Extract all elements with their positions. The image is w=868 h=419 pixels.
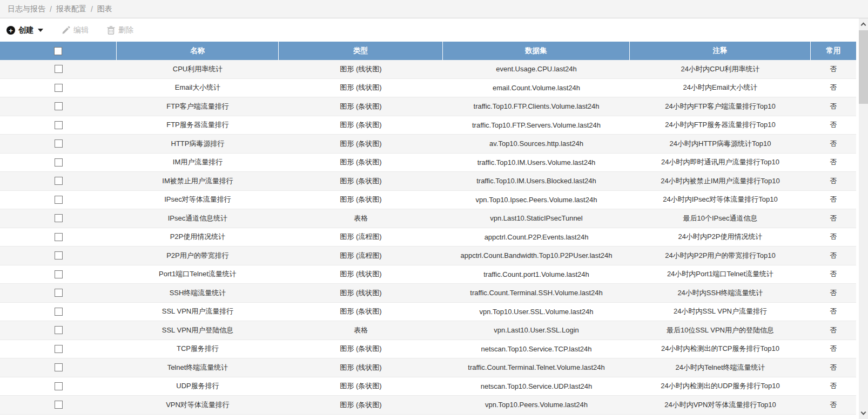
- table-row[interactable]: IPsec通道信息统计 表格 vpn.Last10.StaticIPsecTun…: [0, 209, 856, 228]
- chart-common-cell: 否: [811, 321, 856, 340]
- column-header-common[interactable]: 常用: [811, 42, 856, 60]
- table-row[interactable]: Email大小统计 图形 (线状图) email.Count.Volume.la…: [0, 79, 856, 98]
- row-checkbox[interactable]: [55, 121, 63, 129]
- table-row[interactable]: TCP服务排行 图形 (条状图) netscan.Top10.Service.T…: [0, 340, 856, 359]
- chart-name-cell: Port1端口Telnet流量统计: [117, 265, 279, 284]
- table-row[interactable]: SSH终端流量统计 图形 (线状图) traffic.Count.Termina…: [0, 284, 856, 303]
- scroll-up-button[interactable]: [859, 19, 868, 29]
- chart-dataset-cell: event.Usage.CPU.last24h: [443, 60, 630, 78]
- row-checkbox[interactable]: [55, 363, 63, 371]
- row-checkbox-cell: [0, 340, 117, 358]
- row-checkbox-cell: [0, 79, 117, 97]
- row-checkbox[interactable]: [55, 214, 63, 222]
- chart-type-cell: 图形 (线状图): [279, 60, 443, 78]
- chart-name-cell: IPsec对等体流量排行: [117, 191, 279, 209]
- chart-type-cell: 图形 (流程图): [279, 247, 443, 265]
- row-checkbox[interactable]: [55, 326, 63, 334]
- chart-type-cell: 图形 (流程图): [279, 228, 443, 247]
- chart-dataset-cell: traffic.Top10.FTP.Servers.Volume.last24h: [443, 116, 630, 135]
- table-row[interactable]: CPU利用率统计 图形 (线状图) event.Usage.CPU.last24…: [0, 60, 856, 79]
- table-row[interactable]: Port1端口Telnet流量统计 图形 (线状图) traffic.Count…: [0, 265, 856, 284]
- chart-dataset-cell: netscan.Top10.Service.UDP.last24h: [443, 377, 630, 396]
- table-row[interactable]: Telnet终端流量统计 图形 (线状图) traffic.Count.Term…: [0, 358, 856, 377]
- row-checkbox[interactable]: [55, 158, 63, 167]
- table-row[interactable]: P2P用户的带宽排行 图形 (流程图) appctrl.Count.Bandwi…: [0, 247, 856, 265]
- chart-type-cell: 图形 (线状图): [279, 265, 443, 284]
- row-checkbox[interactable]: [55, 139, 63, 148]
- column-header-comment[interactable]: 注释: [630, 42, 811, 60]
- row-checkbox-cell: [0, 135, 117, 153]
- table-row[interactable]: FTP客户端流量排行 图形 (条状图) traffic.Top10.FTP.Cl…: [0, 97, 856, 116]
- table-row[interactable]: IPsec对等体流量排行 图形 (条状图) vpn.Top10.Ipsec.Pe…: [0, 191, 856, 210]
- table-row[interactable]: FTP服务器流量排行 图形 (条状图) traffic.Top10.FTP.Se…: [0, 116, 856, 135]
- chart-common-cell: 否: [811, 247, 856, 265]
- charts-table: 名称 类型 数据集 注释 常用 CPU利用率统计 图形 (线状图) event.…: [0, 42, 856, 415]
- breadcrumb: 日志与报告 / 报表配置 / 图表: [0, 0, 868, 18]
- vertical-scrollbar[interactable]: [859, 18, 868, 419]
- chart-dataset-cell: traffic.Top10.IM.Users.Blocked.last24h: [443, 172, 630, 190]
- chart-common-cell: 否: [811, 396, 856, 414]
- row-checkbox[interactable]: [55, 177, 63, 185]
- select-all-checkbox[interactable]: [54, 47, 62, 55]
- delete-button[interactable]: 删除: [107, 25, 133, 35]
- create-button[interactable]: + 创建: [6, 25, 43, 35]
- column-header-type[interactable]: 类型: [279, 42, 443, 60]
- scroll-down-button[interactable]: [859, 408, 868, 418]
- chart-comment-cell: 24小时内被禁止IM用户流量排行Top10: [630, 172, 811, 190]
- chart-comment-cell: 24小时内SSL VPN户流量排行: [630, 303, 811, 321]
- chart-common-cell: 否: [811, 79, 856, 97]
- chart-dataset-cell: traffic.Count.Terminal.SSH.Volume.last24…: [443, 284, 630, 302]
- row-checkbox[interactable]: [55, 251, 63, 260]
- chart-dataset-cell: traffic.Count.port1.Volume.last24h: [443, 265, 630, 284]
- select-all-cell: [0, 42, 117, 60]
- chart-comment-cell: 最后10位SSL VPN用户的登陆信息: [630, 321, 811, 340]
- chart-common-cell: 否: [811, 284, 856, 302]
- edit-button[interactable]: 编辑: [62, 25, 89, 35]
- row-checkbox[interactable]: [55, 345, 63, 353]
- table-row[interactable]: HTTP病毒源排行 图形 (条状图) av.Top10.Sources.http…: [0, 135, 856, 154]
- row-checkbox[interactable]: [55, 233, 63, 241]
- breadcrumb-separator: /: [50, 5, 52, 14]
- delete-button-label: 删除: [118, 25, 133, 35]
- chart-comment-cell: 24小时内Telnet终端流量统计: [630, 358, 811, 377]
- scrollbar-thumb[interactable]: [859, 30, 868, 104]
- table-row[interactable]: VPN对等体流量排行 图形 (条状图) vpn.Top10.Peers.Volu…: [0, 396, 856, 415]
- table-header-row: 名称 类型 数据集 注释 常用: [0, 42, 856, 60]
- row-checkbox[interactable]: [55, 65, 63, 73]
- row-checkbox[interactable]: [55, 196, 63, 204]
- chart-type-cell: 图形 (线状图): [279, 79, 443, 97]
- table-row[interactable]: IM用户流量排行 图形 (条状图) traffic.Top10.IM.Users…: [0, 154, 856, 172]
- row-checkbox[interactable]: [55, 84, 63, 92]
- row-checkbox[interactable]: [55, 308, 63, 316]
- chart-common-cell: 否: [811, 209, 856, 228]
- row-checkbox[interactable]: [55, 382, 63, 390]
- chevron-down-icon: [861, 410, 866, 415]
- chart-common-cell: 否: [811, 116, 856, 135]
- chart-comment-cell: 24小时内IPsec对等体流量排行Top10: [630, 191, 811, 209]
- chart-dataset-cell: vpn.Top10.User.SSL.Volume.last24h: [443, 303, 630, 321]
- chart-type-cell: 图形 (线状图): [279, 358, 443, 377]
- chart-type-cell: 图形 (条状图): [279, 116, 443, 135]
- column-header-dataset[interactable]: 数据集: [443, 42, 630, 60]
- chart-name-cell: FTP服务器流量排行: [117, 116, 279, 135]
- trash-icon: [107, 26, 115, 35]
- chart-name-cell: P2P用户的带宽排行: [117, 247, 279, 265]
- table-row[interactable]: P2P使用情况统计 图形 (流程图) appctrl.Count.P2P.Eve…: [0, 228, 856, 247]
- chart-comment-cell: 24小时内HTTP病毒源统计Top10: [630, 135, 811, 153]
- chart-name-cell: SSL VPN用户登陆信息: [117, 321, 279, 340]
- row-checkbox[interactable]: [55, 289, 63, 297]
- table-row[interactable]: IM被禁止用户流量排行 图形 (条状图) traffic.Top10.IM.Us…: [0, 172, 856, 191]
- chart-name-cell: P2P使用情况统计: [117, 228, 279, 247]
- chart-dataset-cell: appctrl.Count.Bandwidth.Top10.P2PUser.la…: [443, 247, 630, 265]
- breadcrumb-separator: /: [91, 5, 93, 14]
- table-row[interactable]: SSL VPN用户流量排行 图形 (条状图) vpn.Top10.User.SS…: [0, 303, 856, 322]
- chart-dataset-cell: appctrl.Count.P2P.Events.last24h: [443, 228, 630, 247]
- column-header-name[interactable]: 名称: [117, 42, 279, 60]
- row-checkbox-cell: [0, 396, 117, 414]
- table-row[interactable]: SSL VPN用户登陆信息 表格 vpn.Last10.User.SSL.Log…: [0, 321, 856, 340]
- table-row[interactable]: UDP服务排行 图形 (条状图) netscan.Top10.Service.U…: [0, 377, 856, 396]
- row-checkbox[interactable]: [55, 270, 63, 278]
- row-checkbox[interactable]: [55, 401, 63, 409]
- chart-name-cell: CPU利用率统计: [117, 60, 279, 78]
- row-checkbox[interactable]: [55, 102, 63, 110]
